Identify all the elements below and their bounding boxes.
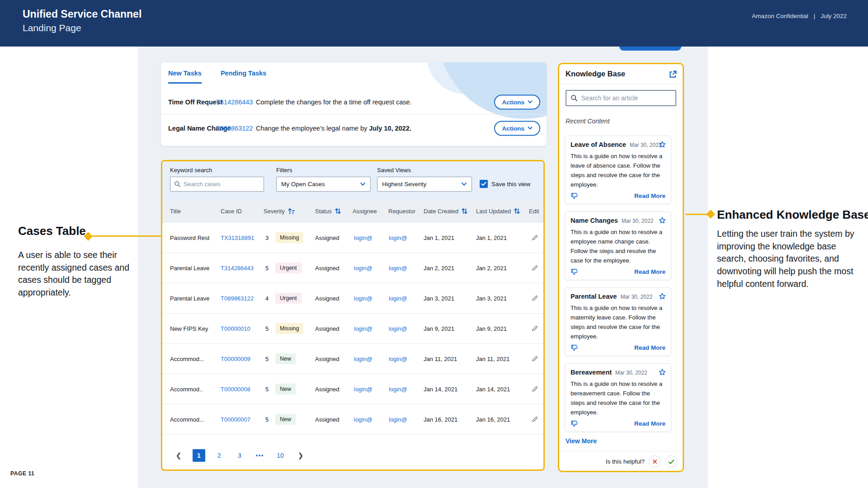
table-row[interactable]: Password Rest TX31318891 3 Missing Assig… bbox=[162, 223, 543, 253]
star-icon[interactable] bbox=[658, 368, 666, 376]
cell-assignee[interactable]: login@ bbox=[354, 356, 373, 362]
task-case-link[interactable]: T089863122 bbox=[216, 125, 253, 132]
sort-amount-icon[interactable] bbox=[288, 207, 295, 215]
edit-pencil-icon[interactable] bbox=[531, 265, 538, 272]
star-icon[interactable] bbox=[658, 141, 666, 149]
save-view-checkbox[interactable] bbox=[480, 180, 488, 188]
read-more-link[interactable]: Read More bbox=[634, 420, 665, 427]
partially-hidden-button[interactable] bbox=[619, 47, 681, 51]
star-icon[interactable] bbox=[658, 292, 666, 300]
kb-article-card[interactable]: Leave of Absence Mar 30, 2022 This is a … bbox=[565, 136, 671, 204]
pagination: ❮ 1 2 3 ••• 10 ❯ bbox=[172, 449, 307, 462]
actions-button[interactable]: Actions bbox=[494, 121, 540, 136]
cell-requestor[interactable]: login@ bbox=[389, 235, 407, 241]
not-helpful-button[interactable] bbox=[649, 455, 661, 468]
cell-case-id[interactable]: T00000008 bbox=[221, 386, 250, 393]
view-more-link[interactable]: View More bbox=[566, 437, 597, 445]
saved-views-select[interactable]: Highest Severity bbox=[377, 177, 472, 192]
tab-pending-tasks[interactable]: Pending Tasks bbox=[221, 70, 266, 84]
cell-assignee[interactable]: login@ bbox=[354, 265, 373, 272]
cell-requestor[interactable]: login@ bbox=[389, 325, 407, 332]
helpful-button[interactable] bbox=[665, 455, 677, 468]
thumbs-down-icon[interactable] bbox=[571, 344, 578, 352]
thumbs-down-icon[interactable] bbox=[571, 420, 578, 427]
kb-article-card[interactable]: Bereavement Mar 30, 2022 This is a guide… bbox=[565, 363, 671, 432]
case-search-field[interactable] bbox=[170, 177, 264, 192]
status-badge: New bbox=[275, 414, 296, 425]
col-severity[interactable]: Severity bbox=[264, 207, 295, 215]
page-1[interactable]: 1 bbox=[193, 449, 205, 462]
kb-search-field[interactable] bbox=[566, 90, 676, 106]
edit-pencil-icon[interactable] bbox=[531, 416, 538, 423]
table-row[interactable]: New FIPS Key T00000010 5 Missing Assigne… bbox=[162, 314, 543, 344]
cell-assignee[interactable]: login@ bbox=[354, 295, 373, 302]
kb-article-card[interactable]: Parental Leave Mar 30, 2022 This is a gu… bbox=[565, 287, 671, 356]
pagination-ellipsis[interactable]: ••• bbox=[254, 449, 266, 462]
chevron-left-icon[interactable]: ❮ bbox=[172, 449, 185, 462]
cell-case-id[interactable]: T314286443 bbox=[221, 265, 254, 272]
star-icon[interactable] bbox=[658, 216, 666, 225]
col-date-created[interactable]: Date Created bbox=[424, 207, 468, 215]
cell-case-id[interactable]: T089863122 bbox=[221, 295, 254, 302]
cell-case-id[interactable]: T00000010 bbox=[221, 325, 250, 332]
cell-case-id[interactable]: TX31318891 bbox=[221, 235, 254, 241]
read-more-link[interactable]: Read More bbox=[634, 344, 665, 351]
cell-requestor[interactable]: login@ bbox=[389, 295, 407, 302]
edit-pencil-icon[interactable] bbox=[531, 295, 538, 302]
actions-button[interactable]: Actions bbox=[494, 94, 540, 109]
table-row[interactable]: Accommod.. T00000008 5 New Assigned logi… bbox=[162, 374, 543, 404]
app-header: Unified Service Channel Landing Page Ama… bbox=[0, 0, 868, 47]
sort-arrows-icon[interactable] bbox=[514, 207, 520, 215]
table-row[interactable]: Parental Leave T089863122 4 Urgent Assig… bbox=[162, 283, 543, 314]
cell-requestor[interactable]: login@ bbox=[389, 416, 407, 423]
cell-title: Accommod.. bbox=[170, 386, 203, 393]
table-header: Title Case ID Severity Status Assignee R… bbox=[162, 199, 543, 223]
thumbs-down-icon[interactable] bbox=[571, 268, 578, 276]
cell-status: Assigned bbox=[315, 265, 339, 272]
tasks-tabs: New Tasks Pending Tasks bbox=[168, 70, 266, 84]
cell-assignee[interactable]: login@ bbox=[354, 325, 373, 332]
cell-case-id[interactable]: T00000009 bbox=[221, 356, 250, 362]
edit-pencil-icon[interactable] bbox=[531, 356, 538, 362]
filters-select[interactable]: My Open Cases bbox=[276, 177, 371, 192]
page-2[interactable]: 2 bbox=[213, 449, 226, 462]
cell-case-id[interactable]: T00000007 bbox=[221, 416, 250, 423]
col-title: Title bbox=[170, 208, 181, 215]
edit-pencil-icon[interactable] bbox=[531, 386, 538, 393]
cell-requestor[interactable]: login@ bbox=[389, 356, 407, 362]
thumbs-down-icon[interactable] bbox=[571, 192, 578, 200]
kb-search-input[interactable] bbox=[581, 94, 671, 102]
cell-assignee[interactable]: login@ bbox=[354, 235, 373, 241]
article-title: Leave of Absence bbox=[571, 141, 626, 148]
cases-table-panel: Keyword search Filters Saved Views My Op… bbox=[161, 160, 545, 471]
kb-article-card[interactable]: Name Changes Mar 30, 2022 This is a guid… bbox=[565, 211, 671, 280]
page-3[interactable]: 3 bbox=[233, 449, 246, 462]
read-more-link[interactable]: Read More bbox=[634, 268, 665, 275]
sort-arrows-icon[interactable] bbox=[335, 207, 341, 215]
col-status[interactable]: Status bbox=[315, 207, 341, 215]
cell-assignee[interactable]: login@ bbox=[354, 386, 373, 393]
edit-pencil-icon[interactable] bbox=[531, 235, 538, 241]
check-icon bbox=[481, 182, 486, 186]
cell-last-updated: Jan 14, 2021 bbox=[476, 386, 510, 393]
tab-new-tasks[interactable]: New Tasks bbox=[168, 70, 202, 84]
cell-tag: Missing bbox=[275, 323, 303, 334]
chevron-right-icon[interactable]: ❯ bbox=[294, 449, 307, 462]
edit-pencil-icon[interactable] bbox=[531, 325, 538, 332]
sort-arrows-icon[interactable] bbox=[461, 207, 468, 215]
task-case-link[interactable]: T314286443 bbox=[216, 99, 253, 106]
search-input[interactable] bbox=[184, 181, 264, 188]
read-more-link[interactable]: Read More bbox=[634, 192, 665, 199]
table-row[interactable]: Accommod... T00000007 5 New Assigned log… bbox=[162, 404, 543, 435]
task-row: Legal Name Change T089863122 Change the … bbox=[161, 116, 547, 141]
table-row[interactable]: Parental Leave T314286443 5 Urgent Assig… bbox=[162, 253, 543, 283]
external-link-icon[interactable] bbox=[669, 70, 677, 79]
cell-severity: 5 bbox=[265, 356, 269, 362]
table-row[interactable]: Accommod... T00000009 5 New Assigned log… bbox=[162, 344, 543, 374]
cell-requestor[interactable]: login@ bbox=[389, 265, 407, 272]
cell-last-updated: Jan 16, 2021 bbox=[476, 416, 510, 423]
col-last-updated[interactable]: Last Updated bbox=[476, 207, 520, 215]
page-10[interactable]: 10 bbox=[274, 449, 287, 462]
cell-assignee[interactable]: login@ bbox=[354, 416, 373, 423]
cell-requestor[interactable]: login@ bbox=[389, 386, 407, 393]
